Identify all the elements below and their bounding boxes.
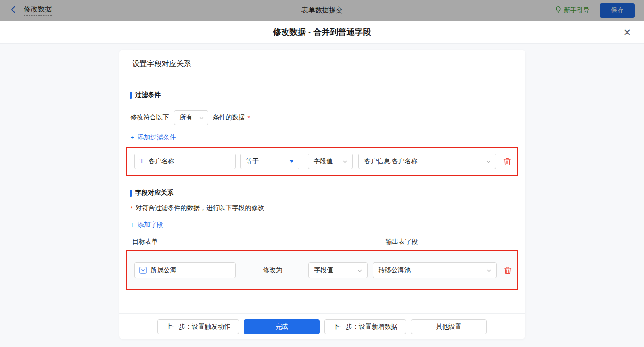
operator-caret-segment[interactable] xyxy=(284,154,299,169)
next-step-button[interactable]: 下一步：设置新增数据 xyxy=(324,319,406,334)
other-settings-button[interactable]: 其他设置 xyxy=(411,319,487,334)
output-field-header: 输出表字段 xyxy=(386,238,418,246)
chevron-down-icon xyxy=(357,267,362,273)
mapping-column-headers: 目标表单 输出表字段 xyxy=(132,238,518,245)
plus-icon: + xyxy=(131,134,134,141)
chevron-down-icon xyxy=(342,159,348,164)
mapping-value-type-select[interactable]: 字段值 xyxy=(308,262,368,278)
match-mode-select[interactable]: 所有 xyxy=(174,110,208,125)
add-field-label: 添加字段 xyxy=(138,221,163,229)
match-mode-value: 所有 xyxy=(180,114,193,122)
mapping-description: 对符合过滤条件的数据，进行以下字段的修改 xyxy=(136,204,264,212)
mapping-value-select[interactable]: 转移公海池 xyxy=(373,262,497,278)
mapping-section-title: 字段对应关系 xyxy=(135,189,174,197)
beginner-guide-link[interactable]: 新手引导 xyxy=(555,6,590,15)
card-footer: 上一步：设置触发动作 完成 下一步：设置新增数据 其他设置 xyxy=(119,313,525,339)
card-title: 设置字段对应关系 xyxy=(119,50,525,77)
required-mark: * xyxy=(248,114,250,121)
done-button[interactable]: 完成 xyxy=(244,319,320,334)
page-title[interactable]: 修改数据 xyxy=(24,5,52,16)
modal-title: 修改数据 - 合并到普通字段 xyxy=(273,27,371,38)
section-accent-bar xyxy=(130,92,132,99)
mapping-description-row: * 对符合过滤条件的数据，进行以下字段的修改 xyxy=(131,204,518,212)
dim-overlay xyxy=(0,0,644,21)
chevron-left-icon xyxy=(9,6,17,16)
section-accent-bar xyxy=(130,190,132,197)
add-filter-condition-link[interactable]: + 添加过滤条件 xyxy=(131,133,176,142)
value-type-value: 字段值 xyxy=(314,157,333,165)
chevron-down-icon xyxy=(199,115,204,120)
text-field-type-icon: T xyxy=(139,158,144,165)
operator-value: 等于 xyxy=(241,157,284,165)
required-mark: * xyxy=(131,205,133,212)
filter-field-input[interactable]: T 客户名称 xyxy=(134,154,236,169)
match-prefix-label: 修改符合以下 xyxy=(131,114,169,122)
topbar: 修改数据 表单数据提交 新手引导 保存 xyxy=(0,0,644,21)
filter-section-title: 过滤条件 xyxy=(135,91,161,99)
select-field-type-icon xyxy=(139,267,147,274)
add-filter-label: 添加过滤条件 xyxy=(138,133,176,142)
window-title: 表单数据提交 xyxy=(0,6,644,15)
prev-step-button[interactable]: 上一步：设置触发动作 xyxy=(157,319,239,334)
compare-value-select[interactable]: 客户信息.客户名称 xyxy=(358,154,496,169)
add-field-link[interactable]: + 添加字段 xyxy=(131,221,163,229)
modal-body: 设置字段对应关系 过滤条件 修改符合以下 所有 条件的数据 * xyxy=(0,50,644,347)
plus-icon: + xyxy=(131,221,134,228)
target-form-header: 目标表单 xyxy=(132,238,158,245)
filter-section: 过滤条件 修改符合以下 所有 条件的数据 * + 添加过滤条件 xyxy=(119,91,525,290)
filter-field-value: 客户名称 xyxy=(149,157,174,165)
back-button[interactable] xyxy=(9,6,17,16)
lightbulb-icon xyxy=(555,6,562,15)
target-field-input[interactable]: 所属公海 xyxy=(134,262,236,278)
chevron-down-icon xyxy=(486,159,491,164)
close-icon[interactable]: ✕ xyxy=(623,27,631,37)
operator-select[interactable]: 等于 xyxy=(240,154,299,169)
delete-condition-icon[interactable] xyxy=(503,157,512,166)
mapping-highlight-box: 所属公海 修改为 字段值 转移公海池 xyxy=(126,250,518,290)
settings-card: 设置字段对应关系 过滤条件 修改符合以下 所有 条件的数据 * xyxy=(119,50,525,339)
compare-value: 客户信息.客户名称 xyxy=(364,157,418,165)
value-type-select[interactable]: 字段值 xyxy=(308,154,353,169)
modal-header: 修改数据 - 合并到普通字段 ✕ xyxy=(0,21,644,44)
mapping-value-type: 字段值 xyxy=(314,266,334,274)
match-suffix-label: 条件的数据 xyxy=(213,114,245,122)
guide-label: 新手引导 xyxy=(564,6,590,15)
caret-down-icon xyxy=(289,160,294,163)
target-field-value: 所属公海 xyxy=(151,266,177,274)
match-condition-row: 修改符合以下 所有 条件的数据 * xyxy=(131,110,518,125)
filter-condition-highlight-box: T 客户名称 等于 字段值 xyxy=(126,147,518,176)
save-button[interactable]: 保存 xyxy=(600,3,635,18)
modify-to-label: 修改为 xyxy=(263,266,282,274)
mapping-value: 转移公海池 xyxy=(379,266,411,274)
chevron-down-icon xyxy=(486,267,492,273)
delete-mapping-icon[interactable] xyxy=(503,266,512,275)
